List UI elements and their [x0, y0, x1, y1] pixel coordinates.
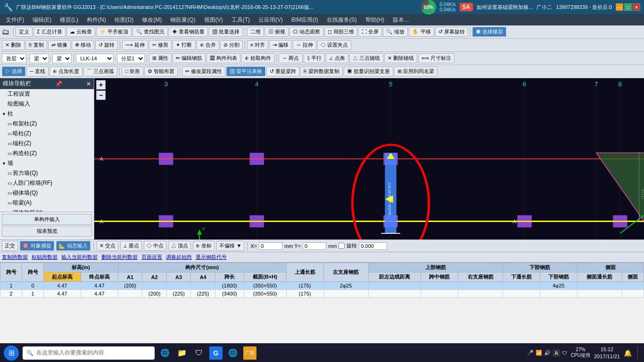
cmd-swap-start[interactable]: 调换起始跨 [166, 254, 192, 261]
data-table-container[interactable]: 跨号 跨号 标高(m) 构件尺寸(mm) 上通长筋 左支座钢筋 上部钢筋 下部钢… [0, 263, 644, 343]
btn-delete[interactable]: ✕ 删除 [2, 40, 25, 50]
x-input[interactable] [259, 242, 282, 250]
btn-two-point[interactable]: ↔ 两点 [279, 53, 302, 63]
menu-bim[interactable]: BIM应用(I) [288, 15, 322, 25]
close-button[interactable]: ✕ [633, 3, 640, 11]
sidebar-item-frame-col[interactable]: ▭ 框架柱(Z) [6, 119, 94, 129]
btn-beam-table[interactable]: ▦ 梁平法表格 [226, 66, 265, 76]
btn-find-element[interactable]: 🔍 查找图元 [132, 27, 168, 37]
sidebar-pin-icon[interactable]: 📌 [55, 81, 62, 87]
sidebar-item-end-col[interactable]: ▭ 端柱(Z) [6, 139, 94, 148]
menu-rebar[interactable]: 钢筋量(Q) [166, 15, 199, 25]
btn-comp-list[interactable]: ☰ 构件列表 [206, 53, 240, 63]
btn-align-slab[interactable]: ⚡ 平齐板顶 [96, 27, 132, 37]
cmd-input-col[interactable]: 输入当前列数据 [61, 254, 98, 261]
sidebar-item-shear-wall[interactable]: ▭ 剪力墙(Q) [6, 168, 94, 178]
mini-tool-minus[interactable]: − [96, 90, 106, 100]
btn-cloud-check[interactable]: ☁ 云检查 [66, 27, 95, 37]
table-row[interactable]: 214.474.47(200)(225)(225)(3400)(350×550)… [0, 290, 644, 298]
notification-icon[interactable]: 🔔 [624, 349, 632, 357]
btn-midpoint[interactable]: ◇ 中点 [144, 241, 166, 251]
btn-pick-comp[interactable]: ⊕ 拾取构件 [241, 53, 274, 63]
menu-online[interactable]: 在线服务(S) [323, 15, 361, 25]
rotate-checkbox[interactable] [339, 243, 345, 249]
btn-line[interactable]: ─ 直线 [26, 66, 49, 76]
btn-property[interactable]: ⊞ 属性 [149, 53, 172, 63]
btn-dynamic[interactable]: ◎ 动态观察 [289, 27, 323, 37]
menu-view[interactable]: 视图(V) [200, 15, 227, 25]
btn-point-angle[interactable]: ∠ 点角 [326, 53, 348, 63]
minimize-button[interactable]: — [616, 3, 623, 11]
menu-tools[interactable]: 工具(T) [228, 15, 254, 25]
menu-floor[interactable]: 楼层(L) [56, 15, 82, 25]
btn-re-span[interactable]: ↺ 重提梁跨 [266, 66, 299, 76]
btn-object-snap[interactable]: 🎯 对象捕捉 [20, 241, 54, 251]
sidebar-item-column[interactable]: ▼ 柱 [0, 109, 94, 119]
btn-rotate[interactable]: ↺ 旋转 [95, 40, 118, 50]
component-select[interactable]: LLK-14 [76, 54, 114, 63]
btn-select-floor[interactable]: ▣ 选择楼层 [472, 27, 506, 37]
btn-arc[interactable]: ⌒ 三点画弧 [83, 66, 117, 76]
btn-set-grip[interactable]: ◇ 设置夹点 [317, 40, 351, 50]
btn-point-length[interactable]: ⊕ 点加长度 [50, 66, 83, 76]
btn-dynamic-input[interactable]: 📐 动态输入 [56, 241, 91, 251]
btn-single-input[interactable]: 单构件输入 [2, 214, 92, 225]
sidebar-item-dark-col[interactable]: ▭ 暗柱(Z) [6, 129, 94, 139]
btn-pan[interactable]: ✋ 平移 [409, 27, 434, 37]
btn-mirror[interactable]: ⇌ 镜像 [48, 40, 71, 50]
rotate-input[interactable] [359, 242, 387, 250]
mini-tool-plus[interactable]: + [96, 80, 106, 90]
type-select[interactable]: 梁 [30, 54, 49, 63]
sidebar-item-wall[interactable]: ▼ 墙 [0, 158, 94, 168]
sidebar-item-struct-col[interactable]: ▭ 构造柱(Z) [6, 148, 94, 158]
menu-file[interactable]: 文件(F) [2, 15, 28, 25]
y-input[interactable] [303, 242, 326, 250]
start-button[interactable]: ⊞ [4, 346, 19, 361]
btn-stretch[interactable]: ↔ 拉伸 [293, 40, 316, 50]
menu-modify[interactable]: 修改(M) [138, 15, 165, 25]
sidebar-item-concealed-beam[interactable]: ▭ 暗梁(A) [6, 198, 94, 208]
sidebar-item-brick-rebar[interactable]: ▭ 砌体加筋(Y) [6, 208, 94, 212]
btn-view-rebar[interactable]: ◈ 查看钢筋量 [169, 27, 208, 37]
btn-local-3d[interactable]: ◻ 局部三维 [324, 27, 357, 37]
table-row[interactable]: 104.474.47(200)(1800)(350×550)(175)2φ254… [0, 282, 644, 290]
btn-select[interactable]: ▷ 选择 [2, 66, 25, 76]
maximize-button[interactable]: □ [624, 3, 632, 11]
taskbar-search-box[interactable]: 🔍 在这里输入你要搜索的内容 [23, 346, 155, 360]
sub-type-select[interactable]: 梁 [52, 54, 72, 63]
btn-screen-rotate[interactable]: ↺ 屏幕旋转 [435, 27, 468, 37]
cmd-del-col[interactable]: 删除当前列数据 [101, 254, 138, 261]
btn-fullscreen[interactable]: ⛶ 全屏 [358, 27, 382, 37]
taskbar-icon-shield[interactable]: 🛡 [192, 346, 206, 360]
btn-report[interactable]: 报表预览 [2, 226, 92, 237]
btn-calculate[interactable]: Σ 汇总计算 [33, 27, 66, 37]
btn-batch-id[interactable]: ▣ 批量识别梁支座 [344, 66, 393, 76]
btn-move[interactable]: ✙ 移动 [72, 40, 94, 50]
btn-parallel[interactable]: ∥ 平行 [304, 53, 325, 63]
taskbar-icon-g[interactable]: G [209, 346, 223, 360]
btn-dim[interactable]: ⟺ 尺寸标注 [418, 53, 454, 63]
btn-ortho[interactable]: 正交 [2, 241, 18, 251]
menu-draw[interactable]: 绘图(D) [111, 15, 138, 25]
tray-input-icon[interactable]: A [553, 349, 560, 357]
cmd-paste-span[interactable]: 粘贴跨数据 [32, 254, 58, 261]
menu-cloud[interactable]: 云应用(V) [255, 15, 287, 25]
menu-help[interactable]: 帮助(H) [362, 15, 388, 25]
taskbar-icon-gj[interactable]: 广联 [243, 346, 256, 360]
canvas-area[interactable]: + − [94, 78, 644, 239]
btn-smart-layout[interactable]: ⚙ 智能布置 [144, 66, 178, 76]
btn-trim[interactable]: ✂ 修剪 [149, 40, 172, 50]
sidebar-item-civil-wall[interactable]: ▭ 人防门框墙(RF) [6, 178, 94, 188]
sidebar-close-icon[interactable]: ✕ [86, 81, 91, 87]
btn-offset[interactable]: ⇥ 偏移 [269, 40, 292, 50]
sidebar-item-project-settings[interactable]: 工程设置 [0, 89, 94, 99]
btn-no-offset[interactable]: 不偏移 ▼ [216, 241, 244, 251]
btn-three-point[interactable]: △ 三点辅线 [349, 53, 383, 63]
btn-intersect[interactable]: ✕ 交点 [97, 241, 118, 251]
btn-apply-same[interactable]: ⊞ 应用到同名梁 [394, 66, 438, 76]
btn-extend[interactable]: ⟶ 延伸 [122, 40, 148, 50]
cmd-show-rebar[interactable]: 显示钢筋代号 [196, 254, 227, 261]
btn-align[interactable]: ≡ 对齐 [247, 40, 268, 50]
cmd-copy-span[interactable]: 复制跨数据 [2, 254, 28, 261]
menu-edit[interactable]: 编辑(E) [29, 15, 55, 25]
